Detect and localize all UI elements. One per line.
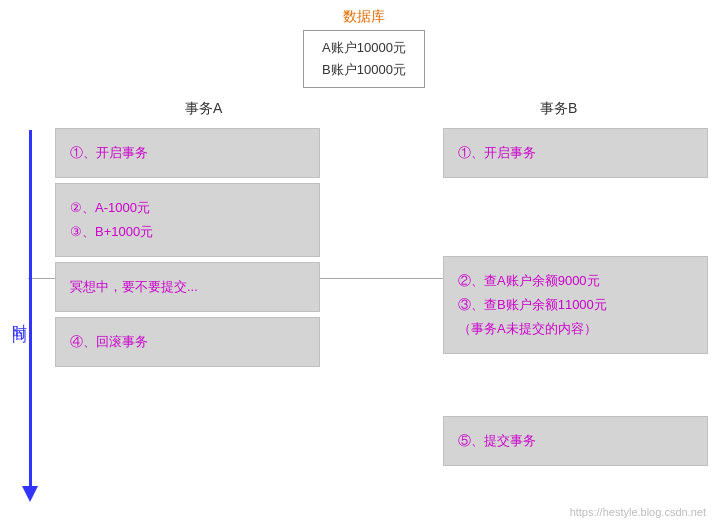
- database-label: 数据库: [343, 8, 385, 26]
- tx-b-commit: ⑤、提交事务: [458, 433, 536, 448]
- tx-a-op1: ②、A-1000元: [70, 196, 305, 220]
- tx-a-block-2: ②、A-1000元 ③、B+1000元: [55, 183, 320, 257]
- tx-b-open: ①、开启事务: [458, 145, 536, 160]
- time-axis-line: [29, 130, 32, 487]
- database-section: 数据库 A账户10000元 B账户10000元: [0, 8, 728, 88]
- tx-a-block-3: 冥想中，要不要提交...: [55, 262, 320, 312]
- tx-b-column: ①、开启事务 ②、查A账户余额9000元 ③、查B账户余额11000元 （事务A…: [443, 128, 708, 504]
- tx-a-spacer: [55, 372, 320, 504]
- tx-a-column: ①、开启事务 ②、A-1000元 ③、B+1000元 冥想中，要不要提交... …: [55, 128, 320, 504]
- tx-b-query2: ③、查B账户余额11000元: [458, 293, 693, 317]
- tx-a-block-4: ④、回滚事务: [55, 317, 320, 367]
- tx-a-rollback: ④、回滚事务: [70, 334, 148, 349]
- tx-b-query1: ②、查A账户余额9000元: [458, 269, 693, 293]
- tx-b-header: 事务B: [540, 100, 577, 118]
- tx-a-open: ①、开启事务: [70, 145, 148, 160]
- time-axis: 时间: [28, 130, 32, 502]
- db-account-b: B账户10000元: [322, 59, 406, 81]
- time-axis-arrow: [22, 486, 38, 502]
- tx-b-spacer-2: [443, 359, 708, 411]
- tx-b-block-2: ②、查A账户余额9000元 ③、查B账户余额11000元 （事务A未提交的内容）: [443, 256, 708, 354]
- tx-a-block-1: ①、开启事务: [55, 128, 320, 178]
- tx-b-block-1: ①、开启事务: [443, 128, 708, 178]
- watermark: https://hestyle.blog.csdn.net: [570, 506, 706, 518]
- tx-b-spacer-3: [443, 471, 708, 504]
- tx-b-spacer-1: [443, 183, 708, 251]
- tx-a-header: 事务A: [185, 100, 222, 118]
- tx-b-block-3: ⑤、提交事务: [443, 416, 708, 466]
- tx-b-note: （事务A未提交的内容）: [458, 317, 693, 341]
- database-box: A账户10000元 B账户10000元: [303, 30, 425, 88]
- db-account-a: A账户10000元: [322, 37, 406, 59]
- tx-a-thinking: 冥想中，要不要提交...: [70, 279, 198, 294]
- time-label: 时间: [10, 312, 29, 320]
- main-layout: ①、开启事务 ②、A-1000元 ③、B+1000元 冥想中，要不要提交... …: [55, 128, 708, 504]
- tx-a-op2: ③、B+1000元: [70, 220, 305, 244]
